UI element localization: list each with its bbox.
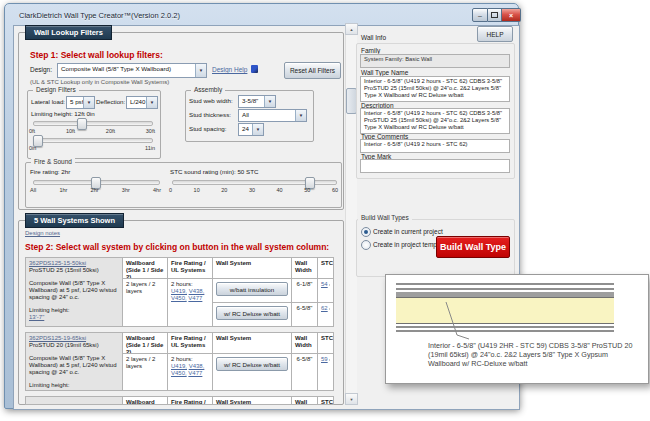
wall-description-cell: 362PDS125-19-65ksi ProSTUD 20 (19mil 65k… (26, 333, 123, 391)
design-notes-link[interactable]: Design notes (25, 230, 60, 236)
wall-description-cell (26, 397, 123, 405)
close-icon: × (509, 12, 513, 19)
build-wall-types-legend: Build Wall Types (358, 214, 412, 222)
fire-rating-cell: 2 hours: U419, V438, V450, V477 (168, 354, 213, 391)
step2-heading: Step 2: Select wall system by clicking o… (25, 242, 329, 252)
close-button[interactable]: × (502, 8, 521, 22)
chevron-down-icon: ▼ (295, 110, 306, 121)
stc-slider-ticks: 0 10 20 30 40 50 60 (169, 187, 338, 193)
speaker-icon (329, 357, 330, 363)
col-header-width: Wall Width (292, 333, 318, 354)
help-button[interactable]: HELP (477, 26, 513, 42)
col-header-stc: STC (318, 397, 334, 405)
ul-system-link[interactable]: V477 (188, 370, 202, 376)
fire-sound-legend: Fire & Sound (31, 158, 75, 166)
tick-label: 2hr (91, 187, 99, 193)
stud-thickness-select[interactable]: All ▼ (238, 109, 307, 122)
stud-spacing-value: 24 (239, 124, 252, 135)
stud-web-width-select[interactable]: 3-5/8" ▼ (238, 95, 276, 108)
tick-label: 30ft (146, 128, 155, 134)
wall-system-button[interactable]: w/ RC Deluxe w/batt (216, 357, 288, 371)
ul-system-link[interactable]: V450, (171, 370, 187, 376)
fire-rating-readout: Fire rating: 2hr (30, 168, 70, 175)
tick-label: 11in (145, 145, 155, 151)
radio-create-template[interactable] (361, 240, 371, 250)
assembly-legend: Assembly (191, 86, 225, 94)
stc-link[interactable]: 54 (321, 281, 328, 288)
reset-all-filters-button[interactable]: Reset All Filters (284, 62, 341, 79)
minimize-button[interactable]: – (472, 8, 488, 22)
wall-id-link[interactable]: 362PDS125-15-50ksi (29, 260, 86, 266)
height-slider-track[interactable] (33, 121, 153, 126)
family-label: Family (361, 47, 380, 54)
col-header-system: Wall System (213, 333, 292, 354)
stud-spacing-select[interactable]: 24 ▼ (238, 123, 264, 136)
step1-heading: Step 1: Select wall lookup filters: (30, 50, 163, 60)
description-field[interactable]: Interior - 6-5/8" (U419 2 hours - STC 62… (360, 108, 510, 134)
wall-width-cell: 6-5/8" (292, 354, 318, 391)
tick-label: 60 (332, 187, 338, 193)
ul-system-link[interactable]: V477 (188, 295, 202, 301)
chevron-down-icon: ▼ (146, 97, 157, 108)
inch-slider-track[interactable] (33, 138, 153, 143)
type-comments-field[interactable]: Interior - 6-5/8" (U419 2 hours - STC 62… (360, 139, 510, 153)
lateral-load-select[interactable]: 5 psf ▼ (66, 96, 95, 109)
lateral-load-label: Lateral load: (31, 98, 65, 105)
maximize-icon (491, 12, 498, 18)
type-mark-field[interactable] (360, 159, 510, 173)
wall-type-name-label: Wall Type Name (361, 69, 408, 76)
wall-system-cell: w/ RC Deluxe w/batt (213, 354, 292, 391)
ul-system-link[interactable]: U419, (171, 288, 187, 294)
stc-link[interactable]: 62 (321, 305, 328, 312)
tick-label: 50 (304, 187, 310, 193)
wall-systems-badge: 5 Wall Systems Shown (25, 213, 124, 228)
scroll-down-icon[interactable]: ▼ (345, 393, 358, 405)
tick-label: 1hr (59, 187, 67, 193)
tick-label: 20ft (106, 128, 115, 134)
tick-label: 4hr (153, 187, 161, 193)
wall-lookup-filters-badge: Wall Lookup Filters (25, 25, 112, 40)
wall-id-link[interactable]: 362PDS125-19-65ksi (29, 335, 86, 341)
design-select[interactable]: Composite Wall (5/8" Type X Wallboard) ▼ (57, 63, 207, 78)
lateral-load-value: 5 psf (67, 97, 83, 108)
design-help-link[interactable]: Design Help (212, 66, 247, 73)
scroll-up-icon[interactable]: ▲ (345, 23, 358, 35)
col-header-wallboard: Wallboard (123, 397, 168, 405)
limiting-height-link[interactable]: 13'-7" (29, 314, 44, 320)
wall-type-name-field[interactable]: Interior - 6-5/8" (U419 2 hours - STC 62… (360, 76, 510, 102)
radio-create-current-project[interactable] (361, 227, 371, 237)
limiting-height-link[interactable]: 14'-6" (29, 389, 44, 391)
fire-slider-ticks: All 1hr 2hr 3hr 4hr (30, 187, 161, 193)
design-select-value: Composite Wall (5/8" Type X Wallboard) (58, 64, 195, 77)
ul-system-link[interactable]: V438, (189, 363, 205, 369)
deflection-select[interactable]: L/240 ▼ (126, 96, 158, 109)
stud-spacing-label: Stud spacing: (189, 125, 227, 132)
chevron-down-icon: ▼ (195, 64, 206, 77)
wall-description: Composite Wall (5/8" Type X Wallboard) a… (29, 280, 119, 301)
maximize-button[interactable] (488, 8, 502, 22)
col-header-system: Wall System (213, 397, 292, 405)
stud-name: ProSTUD 20 (19mil 65ksi) (29, 342, 99, 348)
tick-label: 10ft (66, 128, 75, 134)
build-wall-type-button[interactable]: Build Wall Type (436, 236, 510, 258)
wall-system-row-3-partial: Wallboard Fire Rating / UL Wall System W… (25, 396, 334, 405)
stc-cell: 54 (318, 279, 334, 303)
limiting-height-label: Limiting height: (29, 307, 119, 314)
deflection-label: Deflection: (96, 98, 125, 105)
stud-web-width-value: 3-5/8" (239, 96, 264, 107)
ul-system-link[interactable]: V438, (189, 288, 205, 294)
wall-system-button[interactable]: w/batt insulation (216, 282, 288, 296)
ul-system-link[interactable]: V450, (171, 295, 187, 301)
wall-system-button[interactable]: w/ RC Deluxe w/batt (216, 306, 288, 320)
stc-link[interactable]: 59 (321, 356, 328, 363)
radio-create-current-label: Create in current project (373, 228, 443, 235)
tick-label: 0 (169, 187, 172, 193)
limiting-height-readout: Limiting height: 12ft 0in (31, 110, 95, 117)
ul-system-link[interactable]: U419, (171, 363, 187, 369)
wall-section-callout: Interior - 6-5/8" (U419 2HR - STC 59) CD… (385, 274, 649, 384)
tick-label: All (30, 187, 36, 193)
design-help-doc-icon[interactable] (251, 65, 258, 73)
col-header-fire: Fire Rating / UL Systems (168, 333, 213, 354)
speaker-icon (329, 306, 330, 312)
col-header-system: Wall System (213, 258, 292, 279)
